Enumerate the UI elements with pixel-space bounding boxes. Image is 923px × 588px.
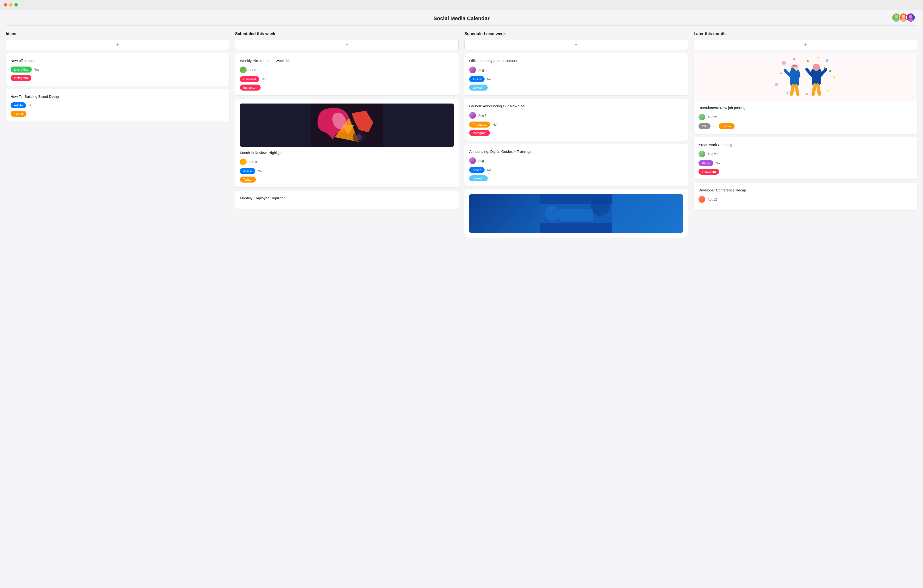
type-value: No xyxy=(487,77,491,81)
card-recruitment[interactable]: ··· Recruitment: New job postings Aug 21… xyxy=(694,53,917,134)
tags-row: Live Video Yes xyxy=(11,67,225,72)
platform-tags-row: Instagram xyxy=(698,169,912,175)
tags-row: Article No xyxy=(11,102,225,108)
type-tag[interactable]: Live Video xyxy=(11,67,32,72)
close-button[interactable] xyxy=(4,3,7,7)
avatar-sm xyxy=(469,157,476,164)
column-ideas: Ideas + New office tour Live Video Yes I… xyxy=(6,31,229,241)
type-value: No xyxy=(487,168,491,172)
column-scheduled-this-week: Scheduled this week + Weekly Hire roundu… xyxy=(235,31,458,241)
date: Aug 26 xyxy=(708,198,718,201)
card-weekly-hire[interactable]: Weekly Hire roundup: Week 32 Jul 29 Caro… xyxy=(235,53,458,95)
platform-tag[interactable]: LinkedIn xyxy=(469,85,488,90)
platform-tags-row: Twitter xyxy=(11,111,225,117)
platform-tag[interactable]: Instagram xyxy=(469,130,490,136)
type-tag[interactable]: Article xyxy=(240,168,255,174)
card-digital-guides[interactable]: Announcing: Digital Guides + Trainings A… xyxy=(465,144,688,186)
type-tag[interactable]: Produce... xyxy=(469,121,490,128)
svg-line-28 xyxy=(785,70,790,76)
header: Social Media Calendar xyxy=(0,10,923,25)
svg-point-0 xyxy=(895,15,898,18)
type-value: No xyxy=(716,161,720,165)
card-image-abstract xyxy=(240,103,454,147)
svg-rect-22 xyxy=(817,57,819,59)
type-tag[interactable]: Photo xyxy=(698,160,713,166)
avatar-sm xyxy=(240,159,246,165)
platform-tag[interactable]: Instagram xyxy=(11,75,31,81)
avatar-sm xyxy=(240,67,246,73)
type-tag[interactable]: Article xyxy=(469,76,484,82)
card-meta: Aug 23 xyxy=(698,151,912,157)
collaborators-avatars xyxy=(892,13,915,22)
date: Aug 21 xyxy=(708,115,718,119)
tags-row: Article No xyxy=(240,168,454,174)
platform-tag[interactable]: Twitter xyxy=(240,177,256,183)
svg-point-14 xyxy=(591,197,610,216)
card-new-site[interactable]: Launch: Announcing Our New Site! Aug 7 P… xyxy=(465,99,688,141)
add-card-scheduled-next-week[interactable]: + xyxy=(465,39,688,50)
avatar[interactable] xyxy=(906,13,915,22)
platform-tag[interactable]: Twitter xyxy=(719,123,734,129)
svg-point-43 xyxy=(827,90,829,92)
card-month-review[interactable]: Month in Review: Highlights Jul 31 Artic… xyxy=(235,99,458,187)
add-card-later-this-month[interactable]: + xyxy=(694,39,917,50)
platform-tags-row: Twitter xyxy=(240,177,454,183)
svg-rect-21 xyxy=(793,58,796,61)
header-divider xyxy=(6,25,917,26)
card-title: How To: Building Brand Design xyxy=(11,94,225,99)
svg-point-20 xyxy=(775,83,778,86)
svg-marker-40 xyxy=(823,67,826,69)
card-teamwork[interactable]: #Teamwork Campaign Aug 23 Photo No Insta… xyxy=(694,138,917,179)
platform-tag[interactable]: LinkedIn xyxy=(469,175,488,181)
svg-rect-23 xyxy=(829,70,831,72)
card-new-office-tour[interactable]: New office tour Live Video Yes Instagram xyxy=(6,53,229,86)
type-tag[interactable]: Article xyxy=(11,102,26,108)
date: Jul 31 xyxy=(249,160,258,164)
card-partial-bottom[interactable] xyxy=(465,190,688,237)
card-monthly-employee[interactable]: Monthly Employee Highlight: xyxy=(235,191,458,209)
platform-tags-row: LinkedIn xyxy=(469,85,683,90)
card-image-blue xyxy=(469,194,683,233)
svg-line-37 xyxy=(813,85,815,94)
card-title: Recruitment: New job postings xyxy=(698,105,912,110)
card-meta: Aug 6 xyxy=(469,67,683,73)
svg-point-10 xyxy=(356,134,362,140)
card-title: Monthly Employee Highlight: xyxy=(240,195,454,201)
card-title: Office opening announcement xyxy=(469,58,683,63)
platform-tag[interactable]: Twitter xyxy=(11,111,26,117)
more-options-btn[interactable]: ··· xyxy=(909,105,912,109)
card-brand-design[interactable]: How To: Building Brand Design Article No… xyxy=(6,89,229,121)
platform-tag[interactable]: Instagram xyxy=(698,169,719,175)
type-value: No xyxy=(493,123,497,126)
card-title: Developer Conference Recap xyxy=(698,188,912,193)
type-tag[interactable]: Carousel xyxy=(240,76,259,82)
svg-point-18 xyxy=(826,59,829,62)
avatar-sm xyxy=(469,67,476,73)
card-content: ··· Recruitment: New job postings Aug 21… xyxy=(694,102,917,134)
add-card-ideas[interactable]: + xyxy=(6,39,229,50)
titlebar xyxy=(0,0,923,10)
platform-tags-row: LinkedIn xyxy=(469,175,683,181)
column-header-scheduled-this-week: Scheduled this week xyxy=(235,31,458,36)
platform-tag[interactable]: Instagram xyxy=(240,85,261,90)
type-value: No xyxy=(28,103,33,107)
add-card-scheduled-this-week[interactable]: + xyxy=(235,39,458,50)
svg-point-13 xyxy=(545,206,559,221)
card-title: #Teamwork Campaign xyxy=(698,142,912,147)
date: Jul 29 xyxy=(249,68,258,72)
page-title: Social Media Calendar xyxy=(434,15,489,21)
card-meta: Aug 8 xyxy=(469,157,683,164)
date: Aug 7 xyxy=(478,114,486,117)
tags-row: Carousel No xyxy=(240,76,454,82)
platform-tags-row: Instagram xyxy=(469,130,683,136)
type-tag[interactable]: Article xyxy=(469,167,484,173)
card-dev-conference[interactable]: Developer Conference Recap Aug 26 xyxy=(694,183,917,210)
svg-point-3 xyxy=(901,18,906,22)
type-tag[interactable]: GIF xyxy=(698,123,711,129)
svg-rect-24 xyxy=(780,72,782,74)
page: Social Media Calendar xyxy=(0,10,923,588)
tags-row: Photo No xyxy=(698,160,912,166)
minimize-button[interactable] xyxy=(9,3,13,7)
fullscreen-button[interactable] xyxy=(15,3,18,7)
card-office-opening[interactable]: Office opening announcement Aug 6 Articl… xyxy=(465,53,688,95)
